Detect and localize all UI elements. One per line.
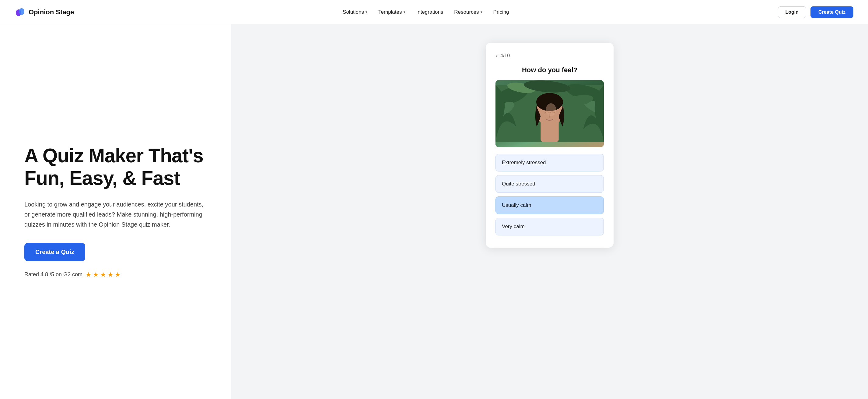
quiz-card: ‹ 4/10 How do you feel? — [486, 42, 614, 248]
logo-area: Opinion Stage — [14, 7, 74, 18]
resources-chevron-icon: ▾ — [480, 10, 483, 14]
star-3: ★ — [100, 271, 106, 279]
templates-chevron-icon: ▾ — [404, 10, 405, 14]
create-quiz-nav-button[interactable]: Create Quiz — [810, 6, 854, 18]
rating-text: Rated 4.8 /5 on G2.com — [24, 272, 83, 278]
solutions-chevron-icon: ▾ — [366, 10, 367, 14]
nav-integrations[interactable]: Integrations — [416, 9, 443, 15]
nav-solutions[interactable]: Solutions ▾ — [343, 9, 367, 15]
nav-pricing[interactable]: Pricing — [493, 9, 509, 15]
login-button[interactable]: Login — [778, 6, 807, 18]
nav-templates[interactable]: Templates ▾ — [378, 9, 405, 15]
star-5: ★ — [115, 271, 121, 279]
star-rating: ★ ★ ★ ★ ★ — [86, 271, 121, 279]
quiz-options: Extremely stressedQuite stressedUsually … — [495, 154, 604, 235]
rating-row: Rated 4.8 /5 on G2.com ★ ★ ★ ★ ★ — [24, 271, 207, 279]
quiz-option-3[interactable]: Usually calm — [495, 196, 604, 214]
quiz-option-4[interactable]: Very calm — [495, 218, 604, 235]
svg-point-14 — [546, 103, 556, 116]
logo-text: Opinion Stage — [29, 8, 74, 16]
hero-section: A Quiz Maker That's Fun, Easy, & Fast Lo… — [0, 24, 868, 399]
star-2: ★ — [93, 271, 99, 279]
quiz-back-button[interactable]: ‹ — [495, 52, 497, 59]
quiz-image-inner — [495, 80, 604, 147]
quiz-progress: ‹ 4/10 — [495, 52, 604, 59]
nav-resources[interactable]: Resources ▾ — [454, 9, 482, 15]
star-1: ★ — [86, 271, 92, 279]
quiz-image — [495, 80, 604, 147]
quiz-question: How do you feel? — [495, 66, 604, 74]
quiz-option-1[interactable]: Extremely stressed — [495, 154, 604, 171]
logo-icon — [14, 7, 26, 18]
hero-right: ‹ 4/10 How do you feel? — [231, 24, 868, 399]
hero-left: A Quiz Maker That's Fun, Easy, & Fast Lo… — [0, 24, 231, 399]
hero-subtitle: Looking to grow and engage your audience… — [24, 200, 207, 230]
hero-title: A Quiz Maker That's Fun, Easy, & Fast — [24, 145, 207, 190]
svg-point-2 — [19, 8, 24, 15]
nav-actions: Login Create Quiz — [778, 6, 854, 18]
star-4: ★ — [107, 271, 114, 279]
navbar: Opinion Stage Solutions ▾ Templates ▾ In… — [0, 0, 868, 24]
quiz-option-2[interactable]: Quite stressed — [495, 175, 604, 193]
quiz-illustration — [495, 80, 604, 147]
nav-links: Solutions ▾ Templates ▾ Integrations Res… — [343, 9, 509, 15]
quiz-progress-text: 4/10 — [500, 53, 510, 58]
create-quiz-hero-button[interactable]: Create a Quiz — [24, 243, 85, 261]
